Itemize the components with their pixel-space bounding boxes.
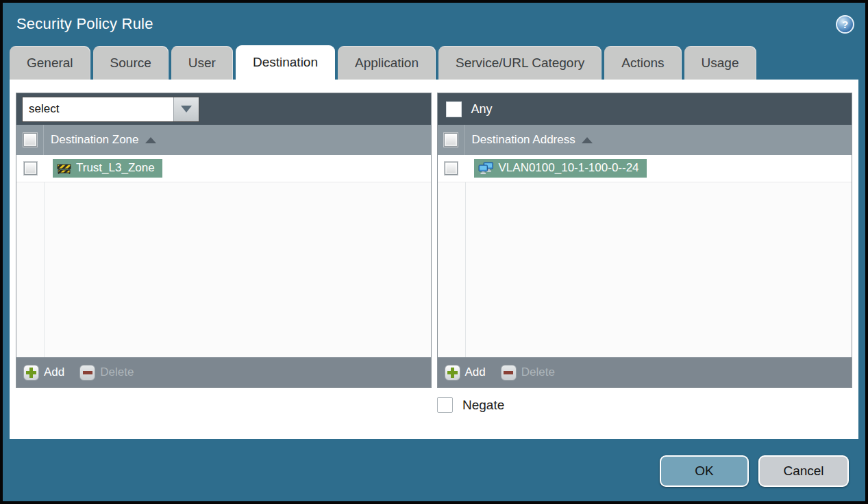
zone-select-dropdown-button[interactable] — [173, 97, 199, 121]
zone-chip-label: Trust_L3_Zone — [76, 161, 155, 175]
address-chip[interactable]: VLAN0100_10-1-100-0--24 — [474, 159, 647, 178]
address-panel-footer: Add Delete — [438, 357, 852, 387]
zone-delete-button[interactable]: Delete — [79, 365, 134, 381]
tab-bar: General Source User Destination Applicat… — [3, 45, 865, 80]
plus-icon — [23, 365, 39, 381]
zone-select-value[interactable]: select — [23, 97, 173, 121]
security-policy-rule-dialog: Security Policy Rule ? General Source Us… — [0, 0, 868, 504]
zone-chip[interactable]: Trust_L3_Zone — [53, 159, 162, 178]
address-chip-label: VLAN0100_10-1-100-0--24 — [499, 161, 639, 175]
address-add-button[interactable]: Add — [445, 365, 486, 381]
tab-source[interactable]: Source — [93, 46, 169, 80]
zone-list: Trust_L3_Zone — [16, 155, 431, 357]
tab-actions[interactable]: Actions — [604, 46, 681, 80]
destination-tab-content: select Destination Zone — [10, 80, 858, 439]
address-panel-toolbar: Any — [438, 93, 852, 125]
address-row[interactable]: VLAN0100_10-1-100-0--24 — [438, 155, 852, 182]
address-list: VLAN0100_10-1-100-0--24 — [438, 155, 852, 357]
tab-usage[interactable]: Usage — [684, 46, 756, 80]
tab-user[interactable]: User — [171, 46, 233, 80]
select-all-addresses-checkbox[interactable] — [444, 133, 458, 147]
minus-icon — [79, 365, 95, 381]
destination-address-panel: Any Destination Address — [437, 93, 853, 388]
cancel-button[interactable]: Cancel — [758, 455, 849, 487]
tab-service-url-category[interactable]: Service/URL Category — [438, 46, 602, 80]
tab-destination[interactable]: Destination — [236, 45, 335, 80]
zone-column-header[interactable]: Destination Zone — [16, 125, 431, 155]
minus-icon — [501, 365, 517, 381]
tab-general[interactable]: General — [10, 46, 90, 80]
zone-row-checkbox[interactable] — [24, 162, 37, 175]
titlebar: Security Policy Rule ? — [3, 3, 865, 45]
tab-application[interactable]: Application — [338, 46, 436, 80]
dialog-button-bar: OK Cancel — [3, 439, 865, 501]
negate-option: Negate — [437, 397, 852, 413]
plus-icon — [445, 365, 460, 381]
zone-row[interactable]: Trust_L3_Zone — [16, 155, 431, 182]
sort-ascending-icon — [145, 137, 156, 143]
ok-button[interactable]: OK — [660, 455, 749, 487]
zone-panel-footer: Add Delete — [16, 357, 431, 387]
address-delete-button[interactable]: Delete — [501, 365, 555, 381]
zone-panel-toolbar: select — [16, 93, 431, 125]
any-address-checkbox[interactable] — [446, 101, 462, 117]
sort-ascending-icon — [582, 137, 593, 143]
dialog-title: Security Policy Rule — [16, 15, 153, 33]
zone-column-title: Destination Zone — [51, 133, 139, 147]
zone-add-button[interactable]: Add — [23, 365, 64, 381]
zone-select: select — [22, 97, 199, 122]
address-column-header[interactable]: Destination Address — [438, 125, 852, 155]
negate-checkbox[interactable] — [437, 397, 453, 413]
address-column-title: Destination Address — [472, 133, 575, 147]
address-row-checkbox[interactable] — [445, 162, 458, 175]
chevron-down-icon — [181, 106, 192, 112]
any-label: Any — [471, 102, 493, 117]
negate-label: Negate — [462, 398, 504, 413]
zone-icon — [57, 162, 71, 175]
address-icon — [478, 162, 494, 175]
help-icon[interactable]: ? — [836, 15, 854, 34]
select-all-zones-checkbox[interactable] — [23, 133, 37, 147]
destination-zone-panel: select Destination Zone — [16, 93, 432, 388]
